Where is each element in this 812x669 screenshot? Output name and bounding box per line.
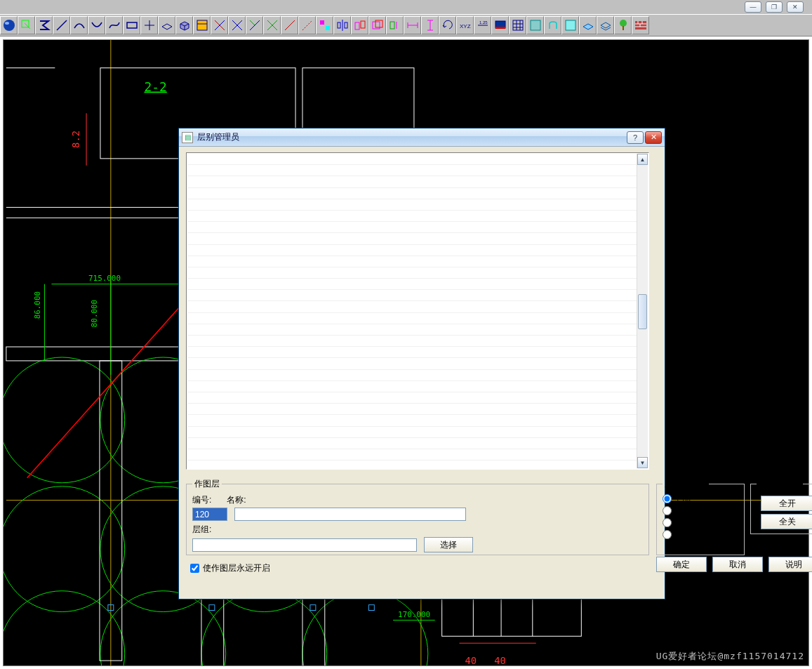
svg-rect-22 (338, 22, 340, 28)
svg-rect-88 (310, 605, 316, 611)
show-all-group: 显示所有层 全开 全关 (750, 478, 812, 534)
break-icon[interactable] (263, 16, 281, 34)
minimize-button[interactable]: — (745, 1, 761, 13)
svg-rect-84 (201, 598, 224, 665)
radio-all-label: 全部 (674, 493, 691, 505)
modify-icon[interactable] (298, 16, 316, 34)
scroll-up-button[interactable]: ▲ (637, 154, 648, 165)
radio-used-or-named[interactable] (663, 530, 672, 539)
dialog-buttons: 确定 取消 说明 (656, 557, 812, 572)
svg-text:86.000: 86.000 (33, 291, 42, 319)
offset-icon[interactable] (351, 16, 368, 34)
radio-all[interactable] (663, 494, 672, 503)
mirror-icon[interactable] (333, 16, 351, 34)
svg-point-1 (5, 22, 9, 25)
draft-icon[interactable] (193, 16, 211, 34)
surface-icon[interactable] (158, 16, 175, 34)
svg-rect-7 (197, 20, 207, 30)
screen-icon[interactable] (491, 16, 509, 34)
dialog-close-button[interactable]: ✕ (645, 131, 662, 144)
tree-icon[interactable] (614, 16, 632, 34)
rectangle-icon[interactable] (123, 16, 140, 34)
svg-rect-90 (442, 598, 582, 637)
wcs-icon[interactable] (18, 16, 35, 34)
name-input[interactable] (234, 508, 466, 521)
scroll-down-button[interactable]: ▼ (637, 457, 648, 468)
svg-point-0 (4, 20, 15, 31)
svg-rect-47 (566, 20, 575, 30)
group-input[interactable] (192, 538, 417, 552)
rotate-icon[interactable] (439, 16, 456, 34)
svg-line-3 (57, 20, 67, 30)
svg-line-18 (302, 20, 312, 30)
all-off-button[interactable]: 全关 (761, 514, 812, 529)
tool3-icon[interactable] (561, 16, 579, 34)
dialog-icon (182, 132, 193, 143)
join-icon[interactable] (281, 16, 298, 34)
svg-text:170.000: 170.000 (398, 610, 430, 619)
point-icon[interactable] (140, 16, 158, 34)
layer-display-group: 层别的显示 全部 使用的 命名的 使用的或命名的 (656, 478, 745, 555)
svg-rect-23 (345, 22, 347, 28)
layer-list[interactable]: ▲ ▼ (186, 152, 649, 470)
keep-open-checkbox[interactable] (190, 564, 199, 573)
dim-h-icon[interactable] (404, 16, 421, 34)
ok-button[interactable]: 确定 (656, 557, 707, 572)
arc-icon[interactable] (70, 16, 88, 34)
select-button[interactable]: 选择 (424, 537, 473, 552)
shade-icon[interactable] (0, 16, 18, 34)
svg-point-76 (4, 486, 125, 612)
extend-icon[interactable] (246, 16, 263, 34)
line-icon[interactable] (53, 16, 70, 34)
dialog-body: ▲ ▼ 作图层 编号: 名称: 层组: 选择 (179, 147, 665, 599)
dialog-title: 层别管理员 (197, 131, 627, 143)
svg-line-17 (285, 20, 295, 30)
layer-display-legend: 层别的显示 (663, 478, 709, 490)
grid-icon[interactable] (509, 16, 526, 34)
svg-rect-19 (320, 20, 324, 25)
radio-used-label: 使用的 (674, 505, 699, 517)
layer-icon[interactable] (386, 16, 404, 34)
maximize-button[interactable]: ❐ (766, 1, 783, 13)
svg-point-79 (4, 591, 125, 665)
svg-rect-89 (368, 605, 374, 611)
tool5-icon[interactable] (597, 16, 614, 34)
radio-named[interactable] (663, 518, 672, 527)
close-button[interactable]: ✕ (787, 1, 804, 13)
svg-text:8.2: 8.2 (70, 131, 81, 148)
dialog-titlebar[interactable]: 层别管理员 ? ✕ (179, 128, 665, 147)
svg-text:2-2: 2-2 (145, 79, 167, 94)
svg-rect-50 (635, 21, 646, 29)
rect-off-icon[interactable] (368, 16, 386, 34)
svg-rect-87 (209, 605, 215, 611)
dialog-help-button[interactable]: ? (627, 131, 644, 144)
trim-icon[interactable] (211, 16, 228, 34)
list-scrollbar[interactable]: ▲ ▼ (637, 154, 648, 468)
cancel-button[interactable]: 取消 (712, 557, 763, 572)
scroll-thumb[interactable] (638, 294, 647, 329)
svg-rect-4 (127, 22, 137, 28)
keep-open-row: 使作图层永远开启 (190, 562, 270, 574)
number-input[interactable] (192, 508, 227, 521)
help-button[interactable]: 说明 (768, 557, 812, 572)
tool2-icon[interactable] (544, 16, 561, 34)
solid-icon[interactable] (175, 16, 193, 34)
fillet-icon[interactable] (88, 16, 105, 34)
svg-rect-28 (390, 22, 394, 29)
show-all-legend: 显示所有层 (757, 478, 803, 490)
all-on-button[interactable]: 全开 (761, 496, 812, 511)
spline-icon[interactable] (105, 16, 123, 34)
dist-icon[interactable]: 1.25 (474, 16, 491, 34)
wall-icon[interactable] (632, 16, 649, 34)
tool4-icon[interactable] (579, 16, 597, 34)
dim-v-icon[interactable] (421, 16, 439, 34)
keep-open-label: 使作图层永远开启 (203, 562, 270, 574)
cn-icon[interactable] (316, 16, 333, 34)
tool1-icon[interactable] (526, 16, 544, 34)
layer-list-inner (187, 154, 637, 468)
sigma-icon[interactable] (35, 16, 53, 34)
trim2-icon[interactable] (228, 16, 246, 34)
radio-used[interactable] (663, 506, 672, 515)
svg-text:1.25: 1.25 (479, 20, 488, 25)
xyz-icon[interactable]: XYZ (456, 16, 474, 34)
